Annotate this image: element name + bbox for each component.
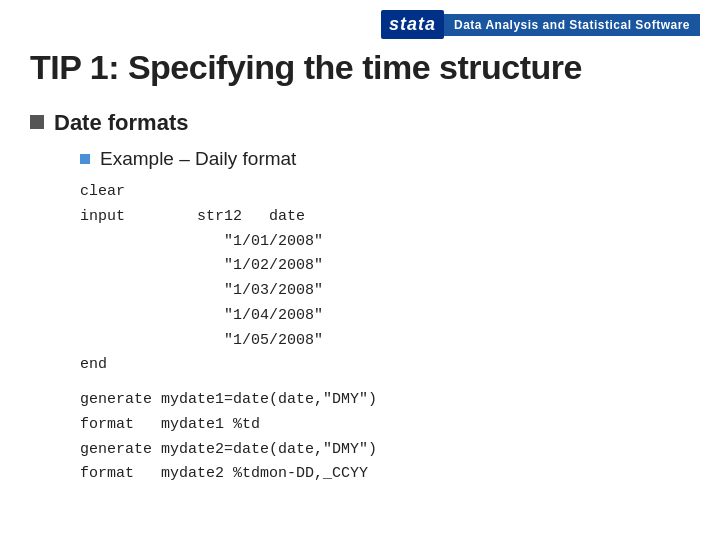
code-section-generate: generate mydate1=date(date,"DMY") format… — [80, 388, 700, 487]
code-line-fmt1: format mydate1 %td — [80, 413, 700, 438]
code-block: clear input str12 date "1/01/2008" "1/02… — [80, 180, 700, 487]
bullet-l2-label: Example – Daily format — [100, 148, 296, 170]
code-line-date2: "1/02/2008" — [80, 254, 700, 279]
bullet-l2-marker — [80, 154, 90, 164]
stata-tagline: Data Analysis and Statistical Software — [444, 14, 700, 36]
bullet-l1-label: Date formats — [54, 110, 188, 136]
code-line-input-cols: input str12 date — [80, 205, 700, 230]
page-title: TIP 1: Specifying the time structure — [30, 48, 582, 87]
code-line-gen2: generate mydate2=date(date,"DMY") — [80, 438, 700, 463]
code-line-end: end — [80, 353, 700, 378]
bullet-l2-example: Example – Daily format — [80, 148, 700, 170]
code-line-fmt2: format mydate2 %tdmon-DD,_CCYY — [80, 462, 700, 487]
code-line-date3: "1/03/2008" — [80, 279, 700, 304]
code-line-clear: clear — [80, 180, 700, 205]
bullet-l1-date-formats: Date formats — [30, 110, 700, 136]
header-bar: stata Data Analysis and Statistical Soft… — [381, 10, 700, 39]
main-content: Date formats Example – Daily format clea… — [30, 110, 700, 487]
bullet-l1-marker — [30, 115, 44, 129]
code-line-date5: "1/05/2008" — [80, 329, 700, 354]
code-line-gen1: generate mydate1=date(date,"DMY") — [80, 388, 700, 413]
stata-logo: stata — [381, 10, 444, 39]
code-line-date4: "1/04/2008" — [80, 304, 700, 329]
code-line-date1: "1/01/2008" — [80, 230, 700, 255]
